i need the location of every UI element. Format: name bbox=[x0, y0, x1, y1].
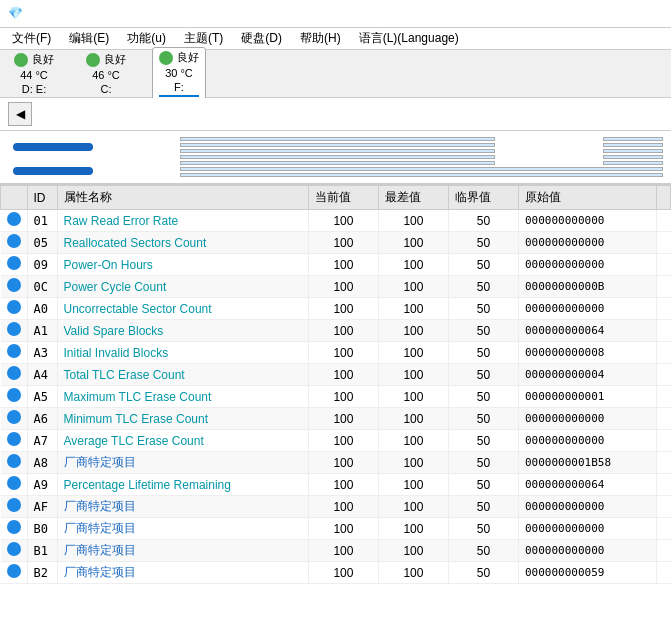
row-raw: 000000000001 bbox=[518, 386, 656, 408]
table-row[interactable]: A3 Initial Invalid Blocks 100 100 50 000… bbox=[1, 342, 671, 364]
table-row[interactable]: 05 Reallocated Sectors Count 100 100 50 … bbox=[1, 232, 671, 254]
row-thresh: 50 bbox=[448, 496, 518, 518]
features-label bbox=[106, 173, 176, 177]
table-row[interactable]: B0 厂商特定项目 100 100 50 000000000000 bbox=[1, 518, 671, 540]
info-row-drive bbox=[106, 161, 663, 165]
row-id: A6 bbox=[27, 408, 57, 430]
row-current: 100 bbox=[308, 408, 378, 430]
row-raw: 000000000000 bbox=[518, 254, 656, 276]
row-raw: 000000000000 bbox=[518, 232, 656, 254]
menu-item-文件[interactable]: 文件(F) bbox=[4, 28, 59, 49]
row-current: 100 bbox=[308, 430, 378, 452]
drive-tab-letter-1: C: bbox=[101, 83, 112, 95]
row-id: A0 bbox=[27, 298, 57, 320]
row-icon-cell bbox=[1, 474, 28, 496]
menu-item-语言[interactable]: 语言(L)(Language) bbox=[351, 28, 467, 49]
table-row[interactable]: A9 Percentage Lifetime Remaining 100 100… bbox=[1, 474, 671, 496]
row-icon-cell bbox=[1, 518, 28, 540]
row-raw: 000000000064 bbox=[518, 474, 656, 496]
serial-label bbox=[106, 143, 176, 147]
row-worst: 100 bbox=[378, 540, 448, 562]
table-row[interactable]: A6 Minimum TLC Erase Count 100 100 50 00… bbox=[1, 408, 671, 430]
row-current: 100 bbox=[308, 342, 378, 364]
row-attr-name: Uncorrectable Sector Count bbox=[57, 298, 308, 320]
row-worst: 100 bbox=[378, 562, 448, 584]
row-attr-name: 厂商特定项目 bbox=[57, 562, 308, 584]
row-id: A4 bbox=[27, 364, 57, 386]
table-row[interactable]: A4 Total TLC Erase Count 100 100 50 0000… bbox=[1, 364, 671, 386]
row-attr-name: Raw Read Error Rate bbox=[57, 210, 308, 232]
row-thresh: 50 bbox=[448, 210, 518, 232]
menu-item-硬盘[interactable]: 硬盘(D) bbox=[233, 28, 290, 49]
table-row[interactable]: A1 Valid Spare Blocks 100 100 50 0000000… bbox=[1, 320, 671, 342]
drive-tab-2[interactable]: 良好 30 °C F: bbox=[152, 47, 206, 100]
maximize-button[interactable] bbox=[603, 3, 633, 25]
drive-tab-letter-2: F: bbox=[174, 81, 184, 93]
row-raw: 000000000008 bbox=[518, 342, 656, 364]
row-attr-name: Power-On Hours bbox=[57, 254, 308, 276]
nav-prev-button[interactable]: ◀ bbox=[8, 102, 32, 126]
info-row-transfer bbox=[106, 155, 663, 159]
row-thresh: 50 bbox=[448, 320, 518, 342]
drive-tab-label-1: 良好 bbox=[104, 52, 126, 67]
row-raw: 000000000000 bbox=[518, 540, 656, 562]
drive-tab-temp-2: 30 °C bbox=[165, 67, 193, 79]
serial-value bbox=[180, 143, 495, 147]
table-row[interactable]: A7 Average TLC Erase Count 100 100 50 00… bbox=[1, 430, 671, 452]
row-worst: 100 bbox=[378, 386, 448, 408]
table-row[interactable]: 0C Power Cycle Count 100 100 50 00000000… bbox=[1, 276, 671, 298]
row-raw: 000000000000 bbox=[518, 496, 656, 518]
power-hours-value bbox=[603, 161, 663, 165]
menu-item-编辑[interactable]: 编辑(E) bbox=[61, 28, 117, 49]
row-attr-name: Average TLC Erase Count bbox=[57, 430, 308, 452]
row-status-icon bbox=[7, 432, 21, 446]
row-current: 100 bbox=[308, 254, 378, 276]
row-current: 100 bbox=[308, 364, 378, 386]
menu-item-主题[interactable]: 主题(T) bbox=[176, 28, 231, 49]
row-id: B0 bbox=[27, 518, 57, 540]
row-id: A7 bbox=[27, 430, 57, 452]
table-row[interactable]: B1 厂商特定项目 100 100 50 000000000000 bbox=[1, 540, 671, 562]
row-worst: 100 bbox=[378, 452, 448, 474]
row-worst: 100 bbox=[378, 298, 448, 320]
row-status-icon bbox=[7, 300, 21, 314]
row-id: A9 bbox=[27, 474, 57, 496]
menu-item-功能[interactable]: 功能(u) bbox=[119, 28, 174, 49]
drive-tab-1[interactable]: 良好 46 °C C: bbox=[80, 50, 132, 97]
drive-label bbox=[106, 161, 176, 165]
power-cycles-value bbox=[603, 155, 663, 159]
table-row[interactable]: 09 Power-On Hours 100 100 50 00000000000… bbox=[1, 254, 671, 276]
drive-tab-label-0: 良好 bbox=[32, 52, 54, 67]
drive-tab-0[interactable]: 良好 44 °C D: E: bbox=[8, 50, 60, 97]
row-attr-name: 厂商特定项目 bbox=[57, 540, 308, 562]
drive-tab-letter-0: D: E: bbox=[22, 83, 46, 95]
col-current: 当前值 bbox=[308, 186, 378, 210]
row-worst: 100 bbox=[378, 364, 448, 386]
transfer-value bbox=[180, 155, 495, 159]
table-row[interactable]: B2 厂商特定项目 100 100 50 000000000059 bbox=[1, 562, 671, 584]
row-attr-name: Valid Spare Blocks bbox=[57, 320, 308, 342]
row-attr-name: Percentage Lifetime Remaining bbox=[57, 474, 308, 496]
info-row-features bbox=[106, 173, 663, 177]
row-status-icon bbox=[7, 564, 21, 578]
table-row[interactable]: AF 厂商特定项目 100 100 50 000000000000 bbox=[1, 496, 671, 518]
close-button[interactable] bbox=[633, 3, 663, 25]
table-row[interactable]: A5 Maximum TLC Erase Count 100 100 50 00… bbox=[1, 386, 671, 408]
row-thresh: 50 bbox=[448, 562, 518, 584]
row-id: B2 bbox=[27, 562, 57, 584]
smart-table-container[interactable]: ID 属性名称 当前值 最差值 临界值 原始值 01 Raw Read Erro… bbox=[0, 184, 671, 641]
row-attr-name: 厂商特定项目 bbox=[57, 496, 308, 518]
table-row[interactable]: 01 Raw Read Error Rate 100 100 50 000000… bbox=[1, 210, 671, 232]
features-value bbox=[180, 173, 663, 177]
table-row[interactable]: A0 Uncorrectable Sector Count 100 100 50… bbox=[1, 298, 671, 320]
nand-write-value bbox=[603, 149, 663, 153]
row-current: 100 bbox=[308, 540, 378, 562]
minimize-button[interactable] bbox=[573, 3, 603, 25]
table-row[interactable]: A8 厂商特定项目 100 100 50 0000000001B58 bbox=[1, 452, 671, 474]
info-row-interface bbox=[106, 149, 663, 153]
status-dot-1 bbox=[86, 53, 100, 67]
drive-value bbox=[180, 161, 495, 165]
menu-item-帮助[interactable]: 帮助(H) bbox=[292, 28, 349, 49]
row-current: 100 bbox=[308, 298, 378, 320]
row-thresh: 50 bbox=[448, 430, 518, 452]
